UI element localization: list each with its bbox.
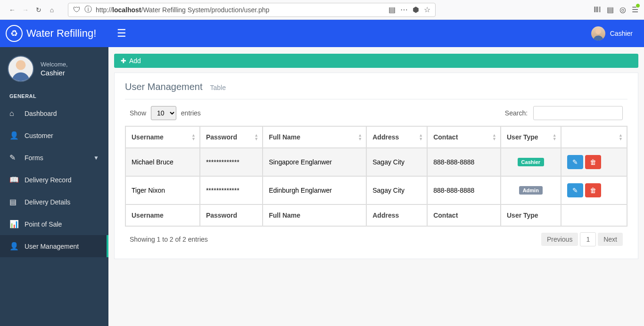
home-button[interactable]: ⌂: [45, 3, 58, 16]
address-bar[interactable]: 🛡 ⓘ http://localhost/Water Refilling Sys…: [68, 3, 436, 17]
section-label: GENERAL: [0, 89, 108, 103]
user-icon: 👤: [9, 242, 21, 251]
info-icon: ⓘ: [84, 5, 93, 15]
sidebar-item-label: Dashboard: [25, 110, 57, 117]
col-username[interactable]: Username▲▼: [125, 126, 200, 148]
welcome-text: Welcome,: [41, 61, 68, 68]
cell-usertype: Admin: [501, 176, 561, 204]
edit-icon: ✎: [9, 153, 21, 162]
table-row: Michael Bruce*************Singapore Engl…: [125, 148, 627, 176]
app-header: ♻ Water Refilling! ☰ Cashier: [0, 20, 644, 47]
forward-button[interactable]: →: [19, 3, 32, 16]
sidebar-item-label: Customer: [25, 132, 53, 139]
brand-title: Water Refilling!: [26, 27, 96, 40]
table-info: Showing 1 to 2 of 2 entries: [130, 236, 208, 243]
col-password[interactable]: Password▲▼: [200, 126, 263, 148]
cell-password: *************: [200, 176, 263, 204]
panel: User Management Table Show 10 entries Se…: [114, 73, 638, 259]
sidebar-item-label: Delivery Details: [25, 198, 70, 206]
foot-username: Username: [125, 204, 200, 226]
col-fullname[interactable]: Full Name▲▼: [263, 126, 366, 148]
sidebar-item-customer[interactable]: 👤 Customer: [0, 124, 108, 147]
edit-button[interactable]: ✎: [567, 155, 583, 169]
foot-fullname: Full Name: [263, 204, 366, 226]
cell-address: Sagay City: [366, 176, 427, 204]
sidebar-icon[interactable]: ▤: [607, 5, 614, 14]
prev-button[interactable]: Previous: [541, 233, 578, 246]
col-usertype[interactable]: User Type▲▼: [501, 126, 561, 148]
list-icon: ▤: [9, 197, 21, 206]
main-content: ✚ Add User Management Table Show 10 entr…: [108, 47, 644, 326]
search-control: Search:: [505, 106, 623, 120]
shield-icon: 🛡: [73, 6, 82, 14]
menu-icon[interactable]: ☰: [632, 5, 638, 14]
sidebar-item-forms[interactable]: ✎ Forms ▼: [0, 147, 108, 169]
avatar[interactable]: [591, 26, 605, 41]
welcome-name: Cashier: [41, 69, 68, 77]
sort-icon: ▲▼: [553, 133, 557, 141]
reader-icon[interactable]: ▤: [388, 5, 396, 14]
dots-icon[interactable]: ⋯: [400, 5, 408, 14]
col-actions[interactable]: ▲▼: [561, 126, 627, 148]
length-control: Show 10 entries: [130, 106, 201, 120]
cell-actions: ✎🗑: [561, 148, 627, 176]
add-button[interactable]: ✚ Add: [114, 54, 638, 68]
reload-button[interactable]: ↻: [32, 3, 45, 16]
sort-icon: ▲▼: [358, 133, 362, 141]
pagination: Previous 1 Next: [541, 232, 623, 246]
brand[interactable]: ♻ Water Refilling!: [0, 20, 108, 47]
menu-toggle-button[interactable]: ☰: [117, 27, 126, 40]
home-icon: ⌂: [9, 109, 21, 118]
sidebar-item-label: Forms: [25, 154, 43, 162]
sidebar-item-user-management[interactable]: 👤 User Management: [0, 235, 108, 257]
delete-button[interactable]: 🗑: [585, 183, 601, 197]
container-icon[interactable]: ⬢: [413, 5, 419, 14]
search-input[interactable]: [533, 106, 623, 120]
users-table: Username▲▼ Password▲▼ Full Name▲▼ Addres…: [125, 126, 627, 227]
page-subtitle: Table: [210, 84, 226, 91]
entries-label: entries: [181, 109, 201, 117]
sidebar-item-point-of-sale[interactable]: 📊 Point of Sale: [0, 213, 108, 235]
back-button[interactable]: ←: [6, 3, 19, 16]
edit-button[interactable]: ✎: [567, 183, 583, 197]
svg-point-0: [595, 29, 601, 34]
sidebar-item-delivery-details[interactable]: ▤ Delivery Details: [0, 191, 108, 213]
profile-block: Welcome, Cashier: [0, 47, 108, 89]
search-label: Search:: [505, 109, 528, 117]
usertype-badge: Cashier: [518, 158, 544, 166]
url-text: http://localhost/Water Refilling System/…: [96, 6, 269, 14]
sidebar-item-delivery-record[interactable]: 📖 Delivery Record: [0, 169, 108, 191]
cell-username: Tiger Nixon: [125, 176, 200, 204]
page-size-select[interactable]: 10: [151, 106, 176, 120]
user-label[interactable]: Cashier: [610, 30, 633, 37]
cell-actions: ✎🗑: [561, 176, 627, 204]
show-label: Show: [130, 109, 146, 117]
sidebar-item-label: User Management: [25, 243, 79, 250]
foot-password: Password: [200, 204, 263, 226]
sidebar-item-label: Point of Sale: [25, 220, 62, 228]
col-contact[interactable]: Contact▲▼: [427, 126, 501, 148]
add-label: Add: [129, 57, 141, 65]
recycle-icon: ♻: [6, 25, 23, 42]
sort-icon: ▲▼: [492, 133, 496, 141]
cell-fullname: Singapore Englanwer: [263, 148, 366, 176]
sidebar-item-dashboard[interactable]: ⌂ Dashboard: [0, 103, 108, 124]
next-button[interactable]: Next: [598, 233, 623, 246]
usertype-badge: Admin: [519, 186, 543, 195]
account-icon[interactable]: ◎: [619, 5, 626, 14]
plus-icon: ✚: [121, 57, 126, 65]
cell-contact: 888-888-8888: [427, 176, 501, 204]
col-address[interactable]: Address▲▼: [366, 126, 427, 148]
cell-password: *************: [200, 148, 263, 176]
cell-username: Michael Bruce: [125, 148, 200, 176]
sort-icon: ▲▼: [254, 133, 258, 141]
sort-icon: ▲▼: [419, 133, 423, 141]
browser-toolbar: ← → ↻ ⌂ 🛡 ⓘ http://localhost/Water Refil…: [0, 0, 644, 20]
cell-usertype: Cashier: [501, 148, 561, 176]
sort-icon: ▲▼: [619, 133, 623, 141]
book-icon: 📖: [9, 175, 21, 184]
page-1[interactable]: 1: [580, 232, 596, 246]
library-icon[interactable]: ⅢⅠ: [594, 5, 601, 14]
delete-button[interactable]: 🗑: [585, 155, 601, 169]
bookmark-star-icon[interactable]: ☆: [424, 5, 430, 14]
